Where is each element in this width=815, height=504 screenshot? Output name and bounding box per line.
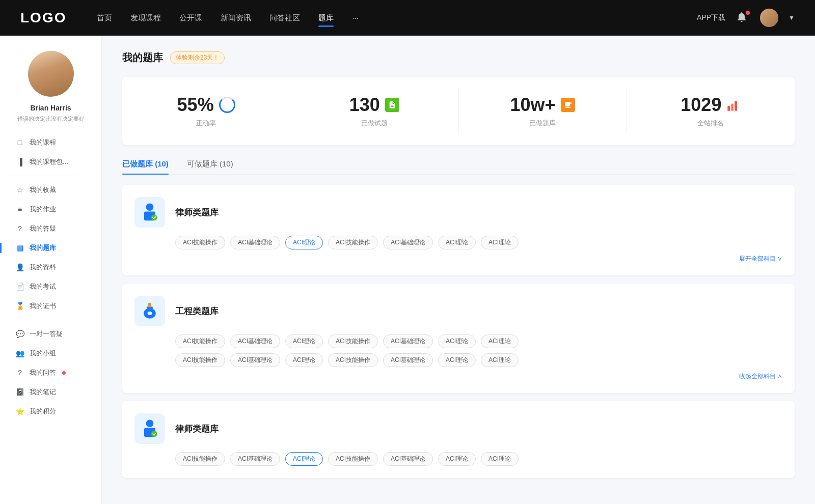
sidebar-divider-1 [5,176,78,176]
stats-row: 55% 正确率 130 已做试题 10w+ [122,77,795,145]
app-download-btn[interactable]: APP下载 [697,13,725,22]
menu-course-package[interactable]: ▐ 我的课程包... [5,152,96,172]
nav-open-course[interactable]: 公开课 [179,11,202,25]
nav-qbank[interactable]: 题库 [318,11,334,25]
rank-chart-icon [726,98,741,112]
tag-item[interactable]: ACI技能操作 [175,236,225,249]
menu-exam-label: 我的考试 [30,282,56,291]
tag-item[interactable]: ACI理论 [438,353,476,367]
tag-item[interactable]: ACI技能操作 [328,236,378,249]
tag-item[interactable]: ACI基础理论 [230,452,280,466]
tag-item[interactable]: ACI基础理论 [383,452,433,466]
svg-rect-0 [728,106,730,110]
qbank-card-lawyer: 律师类题库 ACI技能操作ACI基础理论ACI理论ACI技能操作ACI基础理论A… [122,185,795,275]
accuracy-circle-icon [219,97,235,113]
menu-group[interactable]: 👥 我的小组 [5,344,96,363]
profile-icon: 👤 [15,263,24,271]
content-header: 我的题库 体验剩余23天！ [122,51,795,65]
tag-item[interactable]: ACI理论 [438,452,476,466]
svg-rect-8 [148,303,151,307]
main-content: 我的题库 体验剩余23天！ 55% 正确率 130 已做试题 [102,36,815,504]
menu-my-qa-label: 我的问答 [30,368,56,377]
menu-homework[interactable]: ≡ 我的作业 [5,200,96,219]
menu-my-course[interactable]: □ 我的课程 [5,133,96,152]
tag-item[interactable]: ACI基础理论 [383,353,433,367]
qbank-icon: ▤ [15,244,24,252]
tag-item[interactable]: ACI理论 [438,334,476,348]
tag-item[interactable]: ACI基础理论 [383,334,433,348]
menu-qbank[interactable]: ▤ 我的题库 [5,238,96,258]
tag-item[interactable]: ACI基础理论 [230,334,280,348]
qbank-card-lawyer2-header: 律师类题库 [134,413,782,444]
tab-done-banks[interactable]: 已做题库 (10) [122,159,169,174]
bell-dot [746,11,750,15]
tag-item[interactable]: ACI技能操作 [328,353,378,367]
tag-item[interactable]: ACI理论 [481,236,519,249]
nav-qa[interactable]: 问答社区 [269,11,300,25]
menu-notes-label: 我的笔记 [30,387,56,397]
avatar-image [760,9,778,27]
tag-item[interactable]: ACI技能操作 [175,353,225,367]
menu-exam[interactable]: 📄 我的考试 [5,277,96,296]
tag-item[interactable]: ACI技能操作 [328,452,378,466]
qbank-engineering-title: 工程类题库 [175,305,219,317]
tag-item[interactable]: ACI理论 [285,353,323,367]
menu-points[interactable]: ⭐ 我的积分 [5,402,96,421]
menu-my-qa[interactable]: ? 我的问答 [5,363,96,382]
main-wrapper: Brian Harris 错误的决定比没有决定要好 □ 我的课程 ▐ 我的课程包… [0,36,815,504]
user-dropdown-arrow[interactable]: ▼ [789,14,795,21]
notification-bell[interactable] [736,11,750,25]
qbank-lawyer2-title: 律师类题库 [175,423,219,435]
group-icon: 👥 [15,349,24,357]
one-on-one-icon: 💬 [15,330,24,338]
qbank-card-lawyer-header: 律师类题库 [134,197,782,228]
exam-icon: 📄 [15,283,24,291]
done-questions-icon [385,98,399,112]
menu-qa-mine[interactable]: ? 我的答疑 [5,219,96,238]
tag-item[interactable]: ACI技能操作 [328,334,378,348]
menu-favorites[interactable]: ☆ 我的收藏 [5,180,96,200]
nav-home[interactable]: 首页 [97,11,112,25]
tag-item[interactable]: ACI基础理论 [383,236,433,249]
logo[interactable]: LOGO [20,10,66,26]
user-avatar[interactable] [760,9,778,27]
stat-accuracy-top: 55% [177,94,235,116]
menu-certificate[interactable]: 🏅 我的证书 [5,296,96,316]
menu-group-label: 我的小组 [30,349,56,358]
tag-item[interactable]: ACI技能操作 [175,452,225,466]
menu-profile[interactable]: 👤 我的资料 [5,258,96,277]
menu-notes[interactable]: 📓 我的笔记 [5,382,96,402]
course-package-icon: ▐ [15,158,24,166]
qbank-lawyer-footer[interactable]: 展开全部科目 ∨ [134,255,782,263]
tag-item[interactable]: ACI理论 [438,236,476,249]
tag-item[interactable]: ACI理论 [481,353,519,367]
stat-done-questions-number: 130 [349,94,380,116]
qbank-engineering-footer[interactable]: 收起全部科目 ∧ [134,372,782,381]
tag-item[interactable]: ACI理论 [285,452,323,466]
svg-rect-1 [731,104,734,111]
lawyer-icon [134,197,165,228]
tag-item[interactable]: ACI技能操作 [175,334,225,348]
nav-news[interactable]: 新闻资讯 [221,11,251,25]
nav-discover[interactable]: 发现课程 [130,11,161,25]
stat-accuracy: 55% 正确率 [122,89,290,133]
qbank-engineering-tags-row2: ACI技能操作ACI基础理论ACI理论ACI技能操作ACI基础理论ACI理论AC… [134,353,782,367]
menu-one-on-one[interactable]: 💬 一对一答疑 [5,324,96,344]
tab-available-banks[interactable]: 可做题库 (10) [187,159,233,174]
qbank-lawyer-tags: ACI技能操作ACI基础理论ACI理论ACI技能操作ACI基础理论ACI理论AC… [134,236,782,249]
tag-item[interactable]: ACI基础理论 [230,236,280,249]
stat-rank-label: 全站排名 [697,119,724,128]
stat-done-banks-number: 10w+ [510,94,556,116]
menu-qbank-label: 我的题库 [30,243,56,253]
sidebar-username: Brian Harris [30,104,71,112]
stat-accuracy-number: 55% [177,94,214,116]
stat-done-questions-top: 130 [349,94,399,116]
tag-item[interactable]: ACI基础理论 [230,353,280,367]
tag-item[interactable]: ACI理论 [481,334,519,348]
stat-rank: 1029 全站排名 [627,89,795,133]
tag-item[interactable]: ACI理论 [481,452,519,466]
tag-item[interactable]: ACI理论 [285,236,323,249]
lawyer2-icon [134,413,165,444]
nav-more[interactable]: ··· [352,11,359,25]
tag-item[interactable]: ACI理论 [285,334,323,348]
